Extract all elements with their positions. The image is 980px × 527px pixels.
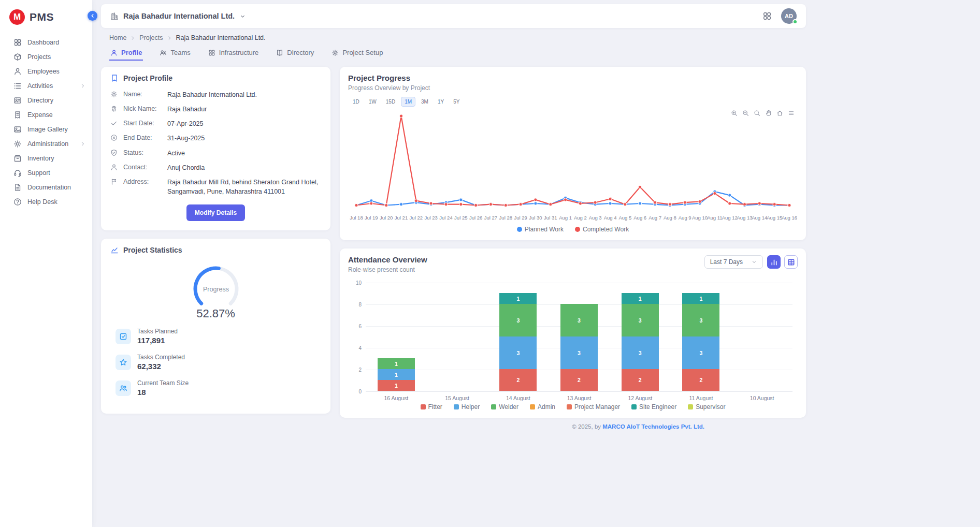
- bar-segment-fitter[interactable]: 2: [682, 369, 719, 391]
- tab-project-setup[interactable]: Project Setup: [330, 46, 384, 61]
- profile-field-contact: Contact:Anuj Chordia: [110, 163, 321, 172]
- svg-text:Jul 25: Jul 25: [454, 215, 467, 221]
- bar-segment-welder[interactable]: 3: [560, 304, 598, 336]
- legend-planned-work[interactable]: Planned Work: [517, 226, 564, 233]
- bar-segment-helper[interactable]: 3: [622, 336, 659, 369]
- logo-text: PMS: [30, 11, 54, 23]
- tab-infrastructure[interactable]: Infrastructure: [207, 46, 260, 61]
- administration-icon: [110, 91, 118, 98]
- breadcrumb-home[interactable]: Home: [109, 34, 126, 41]
- apps-grid-icon[interactable]: [762, 11, 772, 21]
- teams-icon: [160, 49, 167, 56]
- legend-project-manager[interactable]: Project Manager: [567, 403, 620, 411]
- footer-copyright: © 2025, by: [572, 423, 602, 430]
- tab-directory[interactable]: Directory: [275, 46, 315, 61]
- menu-icon[interactable]: [788, 110, 795, 116]
- range-button-5y[interactable]: 5Y: [450, 97, 463, 107]
- svg-text:Jul 31: Jul 31: [544, 215, 557, 221]
- sidebar-item-documentation[interactable]: Documentation: [0, 180, 92, 195]
- project-progress-card: Project Progress Progress Overview by Pr…: [340, 67, 806, 240]
- tab-profile[interactable]: Profile: [109, 46, 143, 61]
- tab-teams[interactable]: Teams: [158, 46, 191, 61]
- bar-segment-welder[interactable]: 3: [682, 304, 719, 336]
- sidebar-item-dashboard[interactable]: Dashboard: [0, 35, 92, 50]
- range-button-3m[interactable]: 3M: [417, 97, 432, 107]
- range-button-1d[interactable]: 1D: [349, 97, 363, 107]
- sidebar-item-expense[interactable]: Expense: [0, 108, 92, 122]
- table-view-button[interactable]: [784, 255, 798, 269]
- bar-segment-site-engineer[interactable]: 1: [622, 293, 659, 304]
- bar-14-august[interactable]: 2331: [487, 283, 549, 391]
- bar-segment-fitter[interactable]: 2: [560, 369, 598, 391]
- legend-admin[interactable]: Admin: [530, 403, 555, 411]
- bar-x-label: 11 August: [671, 395, 732, 401]
- bar-11-august[interactable]: 2331: [671, 283, 732, 391]
- sidebar-item-employees[interactable]: Employees: [0, 64, 92, 79]
- field-value: Raja Bahadur: [167, 105, 321, 114]
- zoom-in-icon[interactable]: [731, 110, 738, 116]
- legend-helper[interactable]: Helper: [454, 403, 480, 411]
- sidebar-item-image-gallery[interactable]: Image Gallery: [0, 122, 92, 137]
- bar-segment-fitter[interactable]: 2: [622, 369, 659, 391]
- sidebar-item-administration[interactable]: Administration: [0, 137, 92, 151]
- modify-details-button[interactable]: Modify Details: [186, 204, 245, 221]
- line-chart[interactable]: Jul 18Jul 19Jul 20Jul 21Jul 22Jul 23Jul …: [348, 109, 798, 224]
- bar-segment-site-engineer[interactable]: 1: [682, 293, 719, 304]
- bar-segment-helper[interactable]: 3: [499, 336, 537, 369]
- sidebar-item-directory[interactable]: Directory: [0, 93, 92, 108]
- stat-label: Current Team Size: [137, 379, 189, 387]
- bar-12-august[interactable]: 2331: [610, 283, 671, 391]
- range-button-1y[interactable]: 1Y: [434, 97, 448, 107]
- days-filter-select[interactable]: Last 7 Days: [704, 255, 763, 269]
- administration-icon: [332, 49, 339, 56]
- range-button-15d[interactable]: 15D: [382, 97, 399, 107]
- bar-segment-welder[interactable]: 3: [622, 304, 659, 336]
- y-tick: 0: [352, 389, 362, 394]
- legend-completed-work[interactable]: Completed Work: [575, 226, 629, 233]
- company-selector[interactable]: Raja Bahadur International Ltd.: [110, 12, 246, 20]
- bar-13-august[interactable]: 233: [549, 283, 610, 391]
- legend-site-engineer[interactable]: Site Engineer: [631, 403, 676, 411]
- legend-supervisor[interactable]: Supervisor: [688, 403, 725, 411]
- range-button-1w[interactable]: 1W: [365, 97, 380, 107]
- bar-16-august[interactable]: 111: [366, 283, 427, 391]
- app-logo[interactable]: M PMS: [0, 5, 92, 35]
- bar-segment-fitter[interactable]: 1: [378, 380, 415, 391]
- bar-10-august[interactable]: [731, 283, 792, 391]
- chevron-right-icon: [80, 141, 86, 147]
- bar-segment-fitter[interactable]: 2: [499, 369, 537, 391]
- range-button-1m[interactable]: 1M: [401, 97, 415, 107]
- check-square-icon: [116, 329, 131, 344]
- pan-icon[interactable]: [765, 110, 772, 116]
- y-tick: 4: [352, 345, 362, 351]
- breadcrumb-projects[interactable]: Projects: [139, 34, 163, 41]
- sidebar-collapse-button[interactable]: [88, 11, 97, 21]
- field-label: Contact:: [123, 163, 162, 171]
- bar-15-august[interactable]: [427, 283, 488, 391]
- user-avatar[interactable]: AD: [781, 8, 797, 24]
- bar-segment-site-engineer[interactable]: 1: [499, 293, 537, 304]
- sidebar-item-activities[interactable]: Activities: [0, 79, 92, 93]
- sidebar-item-projects[interactable]: Projects: [0, 50, 92, 64]
- bar-segment-helper[interactable]: 1: [378, 369, 415, 380]
- sidebar-item-help-desk[interactable]: Help Desk: [0, 195, 92, 209]
- sidebar-item-support[interactable]: Support: [0, 166, 92, 180]
- bar-segment-helper[interactable]: 3: [682, 336, 719, 369]
- stat-tasks-planned: Tasks Planned117,891: [116, 328, 321, 345]
- chevron-right-icon: [130, 35, 136, 41]
- sidebar-item-label: Employees: [27, 68, 86, 75]
- home-icon[interactable]: [776, 110, 783, 116]
- bar-chart-view-button[interactable]: [767, 255, 781, 269]
- bar-segment-helper[interactable]: 3: [560, 336, 598, 369]
- sidebar-item-inventory[interactable]: Inventory: [0, 151, 92, 166]
- legend-welder[interactable]: Welder: [491, 403, 518, 411]
- bar-segment-welder[interactable]: 3: [499, 304, 537, 336]
- legend-fitter[interactable]: Fitter: [421, 403, 442, 411]
- selection-zoom-icon[interactable]: [754, 110, 760, 116]
- zoom-out-icon[interactable]: [742, 110, 749, 116]
- bar-segment-welder[interactable]: 1: [378, 358, 415, 369]
- footer-link[interactable]: MARCO AIoT Technologies Pvt. Ltd.: [602, 423, 704, 430]
- logo-icon: M: [9, 9, 25, 25]
- svg-text:Jul 21: Jul 21: [395, 215, 408, 221]
- stat-label: Tasks Completed: [137, 354, 185, 361]
